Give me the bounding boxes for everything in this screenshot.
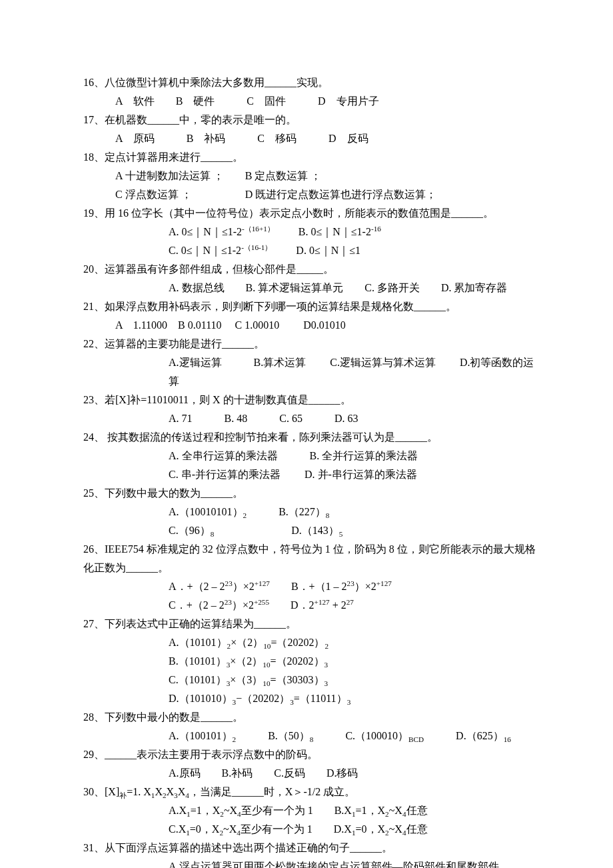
- t: 任意: [406, 823, 428, 835]
- q26-b-t2: ）×2: [354, 581, 376, 592]
- q16-options: A 软件 B 硬件 C 固件 D 专用片子: [83, 92, 540, 111]
- question-23: 23、若[X]补=11010011，则 X 的十进制数真值是______。 A.…: [83, 391, 540, 428]
- q26-options-line2: C．+（2 – 223）×2+255 D．2+127 + 227: [83, 596, 540, 615]
- q26-c-t1: C．+（2 – 2: [169, 599, 225, 611]
- q25-options-line2: C.（96）8 D.（143）5: [83, 521, 540, 540]
- question-26: 26、IEEE754 标准规定的 32 位浮点数中，符号位为 1 位，阶码为 8…: [83, 540, 540, 615]
- q29-stem: 29、______表示法主要用于表示浮点数中的阶码。: [83, 745, 540, 764]
- q21-stem: 21、如果浮点数用补码表示，则判断下列哪一项的运算结果是规格化数______。: [83, 297, 540, 316]
- t: ~X: [389, 823, 402, 835]
- q26-d-t1: D．2: [269, 599, 314, 611]
- question-20: 20、运算器虽有许多部件组成，但核心部件是_____。 A. 数据总线 B. 算…: [83, 260, 540, 297]
- t: =（20202）: [271, 637, 324, 648]
- t: =（30303）: [270, 674, 324, 685]
- question-18: 18、定点计算器用来进行______。 A 十进制数加法运算 ； B 定点数运算…: [83, 148, 540, 204]
- q26-b-p1: 23: [347, 579, 354, 587]
- question-27: 27、下列表达式中正确的运算结果为______。 A.（10101）2×（2）1…: [83, 615, 540, 708]
- q26-options-line1: A．+（2 – 223）×2+127 B．+（1 – 223）×2+127: [83, 577, 540, 596]
- q19-d-text: D. 0≤｜N｜≤1: [272, 245, 360, 256]
- q18-options-line2: C 浮点数运算 ； D 既进行定点数运算也进行浮点数运算；: [83, 185, 540, 204]
- t: =0，X: [356, 823, 386, 835]
- q19-a-pow: -（16+1）: [242, 225, 275, 233]
- q24-options-line1: A. 全串行运算的乘法器 B. 全并行运算的乘法器: [83, 447, 540, 465]
- q26-d-p1: +127: [314, 598, 330, 606]
- q18-stem: 18、定点计算器用来进行______。: [83, 148, 540, 167]
- q26-a-p1: 23: [225, 579, 233, 587]
- q31-stem: 31、从下面浮点运算器的描述中选出两个描述正确的句子______。: [83, 839, 540, 857]
- q24-options-line2: C. 串-并行运算的乘法器 D. 并-串行运算的乘法器: [83, 465, 540, 484]
- t: A.（10101）: [169, 637, 227, 648]
- q28-a-t: A.（100101）: [169, 730, 233, 741]
- t: ~X: [224, 805, 237, 816]
- t: ，当满足______时，X＞-1/2 成立。: [189, 786, 355, 797]
- q16-stem: 16、八位微型计算机中乘除法大多数用______实现。: [83, 73, 540, 92]
- question-17: 17、在机器数______中，零的表示是唯一的。 A 原码 B 补码 C 移码 …: [83, 111, 540, 148]
- q19-c-text: C. 0≤｜N｜≤1-2: [169, 245, 241, 256]
- q27-option-b: B.（10101）3×（2）10=（20202）3: [83, 652, 540, 671]
- t: =1，X: [356, 805, 386, 816]
- q28-stem: 28、下列数中最小的数是______。: [83, 708, 540, 727]
- q28-c-s: BCD: [408, 735, 424, 743]
- s: 10: [263, 679, 270, 687]
- t: =（20202）: [270, 655, 324, 667]
- s: 补: [119, 791, 127, 799]
- q28-b-t: B.（50）: [236, 730, 310, 741]
- q25-d-sub: 5: [339, 530, 343, 538]
- q22-options: A.逻辑运算 B.算术运算 C.逻辑运算与算术运算 D.初等函数的运算: [83, 353, 540, 391]
- question-21: 21、如果浮点数用补码表示，则判断下列哪一项的运算结果是规格化数______。 …: [83, 297, 540, 335]
- t: ~X: [389, 805, 402, 816]
- q24-stem: 24、 按其数据流的传送过程和控制节拍来看，陈列乘法器可认为是______。: [83, 428, 540, 447]
- question-16: 16、八位微型计算机中乘除法大多数用______实现。 A 软件 B 硬件 C …: [83, 73, 540, 111]
- question-31: 31、从下面浮点运算器的描述中选出两个描述正确的句子______。 A.浮点运算…: [83, 839, 540, 868]
- q30-options-line2: C.X1=0，X2~X4至少有一个为 1 D.X1=0，X2~X4任意: [83, 820, 540, 839]
- s: 10: [263, 642, 271, 650]
- q28-options: A.（100101）2 B.（50）8 C.（100010）BCD D.（625…: [83, 727, 540, 745]
- q25-b-text: B.（227）: [247, 506, 326, 517]
- t: =1. X: [127, 786, 151, 797]
- q26-b-t1: B．+（1 – 2: [270, 581, 347, 592]
- q27-option-c: C.（10101）3×（3）10=（30303）3: [83, 671, 540, 689]
- q26-c-p2: +255: [254, 598, 269, 606]
- q19-options-line2: C. 0≤｜N｜≤1-2-（16-1） D. 0≤｜N｜≤1: [83, 241, 540, 260]
- q19-b-text: B. 0≤｜N｜≤1-2: [275, 226, 371, 237]
- t: B.（10101）: [169, 655, 227, 667]
- q29-options: A.原码 B.补码 C.反码 D.移码: [83, 764, 540, 783]
- t: X: [178, 786, 186, 797]
- t: =1，X: [191, 805, 221, 816]
- q27-option-d: D.（101010）3−（20202）3=（11011）3: [83, 689, 540, 708]
- t: 至少有一个为 1 B.X: [241, 805, 352, 816]
- t: D.（101010）: [169, 693, 233, 704]
- question-19: 19、用 16 位字长（其中一位符号位）表示定点小数时，所能表示的数值范围是__…: [83, 204, 540, 260]
- q23-stem: 23、若[X]补=11010011，则 X 的十进制数真值是______。: [83, 391, 540, 409]
- q26-a-t2: ）×2: [233, 581, 255, 592]
- q19-b-pow: -16: [371, 225, 381, 233]
- q17-options: A 原码 B 补码 C 移码 D 反码: [83, 129, 540, 148]
- s: 3: [324, 661, 328, 669]
- question-25: 25、下列数中最大的数为______。 A.（10010101）2 B.（227…: [83, 484, 540, 540]
- q25-c-text: C.（96）: [169, 525, 211, 536]
- s: 3: [324, 679, 328, 687]
- question-22: 22、运算器的主要功能是进行______。 A.逻辑运算 B.算术运算 C.逻辑…: [83, 335, 540, 391]
- q26-stem: 26、IEEE754 标准规定的 32 位浮点数中，符号位为 1 位，阶码为 8…: [83, 540, 540, 577]
- q25-stem: 25、下列数中最大的数为______。: [83, 484, 540, 503]
- q20-options: A. 数据总线 B. 算术逻辑运算单元 C. 多路开关 D. 累加寄存器: [83, 279, 540, 297]
- q26-c-p1: 23: [225, 598, 232, 606]
- t: ~X: [223, 823, 237, 835]
- q26-d-t2: + 2: [330, 599, 346, 611]
- q25-a-text: A.（10010101）: [169, 506, 243, 517]
- t: 30、[X]: [83, 786, 119, 797]
- q23-options: A. 71 B. 48 C. 65 D. 63: [83, 409, 540, 428]
- q31-option-a: A.浮点运算器可用两个松散连接的定点运算部件—阶码部件和尾数部件。: [83, 857, 540, 868]
- t: C.（10101）: [169, 674, 227, 685]
- q30-options-line1: A.X1=1，X2~X4至少有一个为 1 B.X1=1，X2~X4任意: [83, 801, 540, 820]
- q28-d-s: 16: [504, 735, 511, 743]
- q17-stem: 17、在机器数______中，零的表示是唯一的。: [83, 111, 540, 129]
- question-28: 28、下列数中最小的数是______。 A.（100101）2 B.（50）8 …: [83, 708, 540, 745]
- t: =0，X: [190, 823, 220, 835]
- question-24: 24、 按其数据流的传送过程和控制节拍来看，陈列乘法器可认为是______。 A…: [83, 428, 540, 484]
- q27-option-a: A.（10101）2×（2）10=（20202）2: [83, 633, 540, 652]
- t: ×（3）: [230, 674, 263, 685]
- q19-stem: 19、用 16 位字长（其中一位符号位）表示定点小数时，所能表示的数值范围是__…: [83, 204, 540, 223]
- s: 10: [263, 661, 270, 669]
- t: X: [167, 786, 175, 797]
